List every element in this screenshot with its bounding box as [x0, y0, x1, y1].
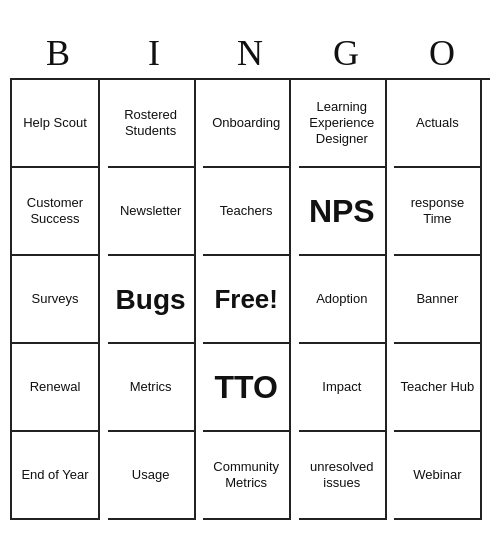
bingo-cell: TTO	[203, 344, 291, 432]
bingo-cell: NPS	[299, 168, 387, 256]
bingo-cell: Teacher Hub	[394, 344, 482, 432]
bingo-cell: Help Scout	[12, 80, 100, 168]
bingo-letter: B	[14, 32, 102, 74]
bingo-cell: Renewal	[12, 344, 100, 432]
bingo-cell: Community Metrics	[203, 432, 291, 520]
bingo-letter: O	[398, 32, 486, 74]
bingo-cell: Onboarding	[203, 80, 291, 168]
bingo-cell: Rostered Students	[108, 80, 196, 168]
bingo-cell: End of Year	[12, 432, 100, 520]
bingo-cell: Free!	[203, 256, 291, 344]
bingo-cell: Bugs	[108, 256, 196, 344]
bingo-cell: Newsletter	[108, 168, 196, 256]
bingo-cell: Usage	[108, 432, 196, 520]
bingo-cell: Webinar	[394, 432, 482, 520]
bingo-cell: Actuals	[394, 80, 482, 168]
bingo-cell: Banner	[394, 256, 482, 344]
bingo-cell: Learning Experience Designer	[299, 80, 387, 168]
bingo-cell: Adoption	[299, 256, 387, 344]
bingo-cell: Surveys	[12, 256, 100, 344]
bingo-card: BINGO Help ScoutRostered StudentsOnboard…	[10, 24, 490, 520]
bingo-cell: response Time	[394, 168, 482, 256]
bingo-letter: I	[110, 32, 198, 74]
bingo-letter: G	[302, 32, 390, 74]
bingo-cell: Metrics	[108, 344, 196, 432]
bingo-letter: N	[206, 32, 294, 74]
bingo-header: BINGO	[10, 24, 490, 78]
bingo-cell: Impact	[299, 344, 387, 432]
bingo-cell: unresolved issues	[299, 432, 387, 520]
bingo-cell: Teachers	[203, 168, 291, 256]
bingo-cell: Customer Success	[12, 168, 100, 256]
bingo-grid: Help ScoutRostered StudentsOnboardingLea…	[10, 78, 490, 520]
